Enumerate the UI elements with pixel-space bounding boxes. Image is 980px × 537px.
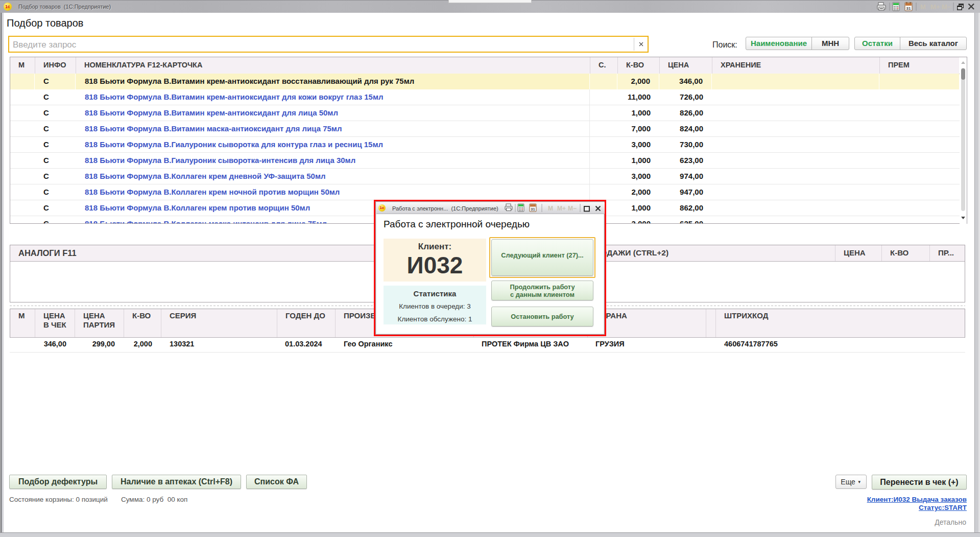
svg-text:31: 31 <box>906 6 911 11</box>
svg-text:M−: M− <box>942 3 951 11</box>
svg-text:M: M <box>920 3 926 11</box>
svg-text:M: M <box>548 205 553 212</box>
svg-text:M+: M+ <box>557 205 566 212</box>
svg-text:M−: M− <box>568 205 577 212</box>
svg-text:31: 31 <box>531 207 535 212</box>
svg-text:M+: M+ <box>930 3 940 11</box>
